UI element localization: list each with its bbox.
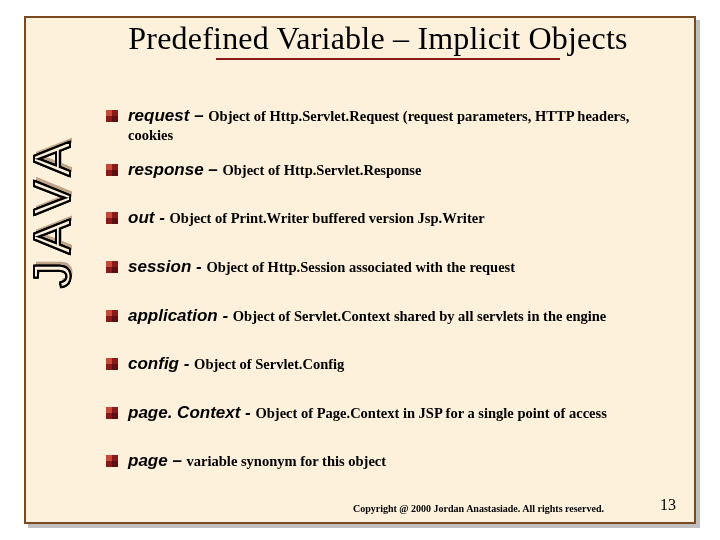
svg-rect-1 xyxy=(106,110,112,116)
description: Object of Print.Writer buffered version … xyxy=(170,210,485,226)
list-item: request – Object of Http.Servlet.Request… xyxy=(106,106,674,144)
list-item-body: out - Object of Print.Writer buffered ve… xyxy=(128,208,674,228)
list-item-body: config - Object of Servlet.Config xyxy=(128,354,674,374)
term: request – xyxy=(128,106,208,125)
list-item-body: page. Context - Object of Page.Context i… xyxy=(128,403,674,423)
description: Object of Page.Context in JSP for a sing… xyxy=(256,405,607,421)
description: Object of Servlet.Config xyxy=(194,356,344,372)
term: session - xyxy=(128,257,206,276)
bullet-icon xyxy=(106,212,118,224)
svg-rect-22 xyxy=(106,455,112,461)
svg-rect-13 xyxy=(106,310,112,316)
term: application - xyxy=(128,306,233,325)
description: Object of Http.Session associated with t… xyxy=(206,259,515,275)
bullet-icon xyxy=(106,110,118,122)
bullet-icon xyxy=(106,164,118,176)
svg-rect-11 xyxy=(112,267,118,273)
svg-rect-16 xyxy=(106,358,112,364)
svg-rect-4 xyxy=(106,164,112,170)
copyright-text: Copyright @ 2000 Jordan Anastasiade. All… xyxy=(353,503,604,514)
description: Object of Http.Servlet.Response xyxy=(223,162,422,178)
svg-rect-7 xyxy=(106,212,112,218)
slide-title: Predefined Variable – Implicit Objects xyxy=(86,22,670,56)
list-item: response – Object of Http.Servlet.Respon… xyxy=(106,160,674,180)
page-number: 13 xyxy=(660,496,676,514)
term: page. Context - xyxy=(128,403,256,422)
list-item: config - Object of Servlet.Config xyxy=(106,354,674,374)
list-item: session - Object of Http.Session associa… xyxy=(106,257,674,277)
slide: JAVA Predefined Variable – Implicit Obje… xyxy=(24,16,696,524)
footer: Copyright @ 2000 Jordan Anastasiade. All… xyxy=(26,496,694,514)
bullet-icon xyxy=(106,358,118,370)
svg-rect-14 xyxy=(112,316,118,322)
term: out - xyxy=(128,208,170,227)
list-item: application - Object of Servlet.Context … xyxy=(106,306,674,326)
sidebar-java-wordart: JAVA xyxy=(22,134,82,288)
svg-rect-5 xyxy=(112,170,118,176)
svg-rect-17 xyxy=(112,364,118,370)
term: config - xyxy=(128,354,194,373)
svg-rect-2 xyxy=(112,116,118,122)
term: page – xyxy=(128,451,187,470)
list-item-body: response – Object of Http.Servlet.Respon… xyxy=(128,160,674,180)
list-item: page – variable synonym for this object xyxy=(106,451,674,471)
list-item-body: request – Object of Http.Servlet.Request… xyxy=(128,106,674,144)
bullet-icon xyxy=(106,261,118,273)
title-block: Predefined Variable – Implicit Objects xyxy=(86,22,670,60)
list-item-body: page – variable synonym for this object xyxy=(128,451,674,471)
list-item-body: application - Object of Servlet.Context … xyxy=(128,306,674,326)
list-item-body: session - Object of Http.Session associa… xyxy=(128,257,674,277)
list-item: out - Object of Print.Writer buffered ve… xyxy=(106,208,674,228)
svg-rect-8 xyxy=(112,218,118,224)
bullet-icon xyxy=(106,407,118,419)
svg-rect-10 xyxy=(106,261,112,267)
svg-rect-20 xyxy=(112,413,118,419)
bullet-icon xyxy=(106,310,118,322)
bullet-icon xyxy=(106,455,118,467)
bullet-list: request – Object of Http.Servlet.Request… xyxy=(106,106,674,500)
description: Object of Servlet.Context shared by all … xyxy=(233,308,606,324)
svg-rect-23 xyxy=(112,461,118,467)
list-item: page. Context - Object of Page.Context i… xyxy=(106,403,674,423)
term: response – xyxy=(128,160,223,179)
description: variable synonym for this object xyxy=(187,453,387,469)
title-underline xyxy=(216,58,560,60)
svg-rect-19 xyxy=(106,407,112,413)
